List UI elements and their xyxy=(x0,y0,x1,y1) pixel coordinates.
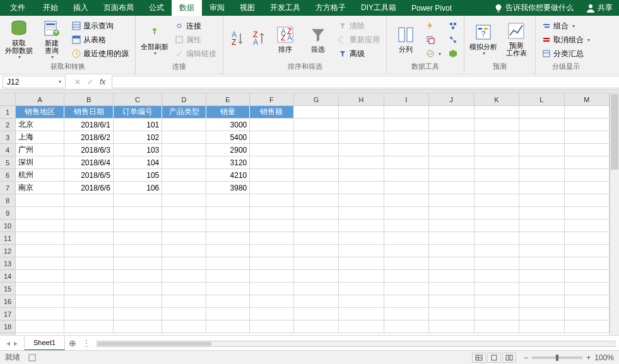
cell[interactable]: 广州 xyxy=(16,144,64,156)
zoom-out[interactable]: − xyxy=(524,353,528,362)
col-header[interactable]: L xyxy=(519,93,564,105)
cell[interactable] xyxy=(16,270,64,283)
cell[interactable] xyxy=(565,156,610,169)
ungroup-rows[interactable]: 取消组合▾ xyxy=(539,33,592,46)
row-header[interactable]: 18 xyxy=(0,320,15,333)
cell[interactable] xyxy=(294,283,339,295)
cell[interactable] xyxy=(565,207,610,220)
cell[interactable] xyxy=(64,194,113,207)
col-header[interactable]: C xyxy=(114,93,162,105)
cell[interactable] xyxy=(114,295,162,308)
cell[interactable]: 104 xyxy=(114,156,162,169)
cell[interactable] xyxy=(339,169,384,182)
cell[interactable] xyxy=(162,131,206,144)
col-header[interactable]: G xyxy=(294,93,339,105)
macro-icon[interactable] xyxy=(28,353,37,362)
cell[interactable] xyxy=(250,270,293,283)
cell[interactable] xyxy=(565,270,610,283)
view-page-layout[interactable] xyxy=(487,353,501,363)
filter[interactable]: 筛选 xyxy=(303,18,333,60)
cell[interactable] xyxy=(294,169,339,182)
cell[interactable] xyxy=(114,257,162,270)
cell[interactable] xyxy=(565,169,610,182)
cell[interactable] xyxy=(475,144,519,156)
col-header[interactable]: A xyxy=(16,93,64,105)
row-header[interactable]: 9 xyxy=(0,207,15,220)
cell[interactable] xyxy=(162,257,206,270)
show-queries[interactable]: 显示查询 xyxy=(69,20,131,32)
cell[interactable] xyxy=(565,232,610,245)
cell[interactable]: 3000 xyxy=(206,119,250,131)
cell[interactable] xyxy=(250,245,293,257)
cell[interactable] xyxy=(384,169,429,182)
cell[interactable]: 5400 xyxy=(206,131,250,144)
cell[interactable] xyxy=(565,194,610,207)
cell[interactable] xyxy=(384,232,429,245)
cell[interactable] xyxy=(475,295,519,308)
cell[interactable] xyxy=(475,156,519,169)
cell[interactable] xyxy=(519,270,564,283)
cell[interactable] xyxy=(294,144,339,156)
cell[interactable] xyxy=(294,270,339,283)
advanced-filter[interactable]: 高级 xyxy=(336,47,382,60)
cell[interactable] xyxy=(250,257,293,270)
col-header[interactable]: M xyxy=(565,93,610,105)
tab-ffgz[interactable]: 方方格子 xyxy=(308,0,353,16)
vertical-scrollbar[interactable] xyxy=(610,93,619,335)
cell[interactable]: 3980 xyxy=(206,182,250,194)
cell[interactable]: 102 xyxy=(114,131,162,144)
cell[interactable] xyxy=(250,156,293,169)
cell[interactable] xyxy=(339,182,384,194)
row-header[interactable]: 1 xyxy=(0,106,15,119)
cell[interactable] xyxy=(475,106,519,119)
cell[interactable] xyxy=(162,232,206,245)
cell[interactable] xyxy=(429,106,474,119)
cell[interactable] xyxy=(565,295,610,308)
cell[interactable] xyxy=(339,106,384,119)
cell[interactable] xyxy=(16,283,64,295)
cell[interactable] xyxy=(64,220,113,232)
cell[interactable] xyxy=(429,320,474,333)
cell[interactable] xyxy=(339,295,384,308)
cell[interactable] xyxy=(384,295,429,308)
row-header[interactable]: 14 xyxy=(0,270,15,283)
cell[interactable] xyxy=(339,156,384,169)
cell[interactable]: 销售额 xyxy=(250,106,293,119)
from-table[interactable]: 从表格 xyxy=(69,33,131,46)
cell[interactable] xyxy=(250,182,293,194)
cell[interactable] xyxy=(339,308,384,320)
cell[interactable] xyxy=(384,182,429,194)
cell[interactable] xyxy=(429,283,474,295)
cell[interactable] xyxy=(339,245,384,257)
tab-insert[interactable]: 插入 xyxy=(66,0,96,16)
cell[interactable] xyxy=(250,220,293,232)
cell[interactable] xyxy=(339,144,384,156)
cell[interactable]: 105 xyxy=(114,169,162,182)
col-header[interactable]: H xyxy=(339,93,384,105)
cell[interactable] xyxy=(519,320,564,333)
group-rows[interactable]: 组合▾ xyxy=(539,20,592,32)
cell[interactable] xyxy=(429,156,474,169)
cell[interactable] xyxy=(294,257,339,270)
cell[interactable] xyxy=(114,270,162,283)
subtotal[interactable]: 分类汇总 xyxy=(539,47,592,60)
tab-data[interactable]: 数据 xyxy=(172,0,202,16)
cell[interactable] xyxy=(294,320,339,333)
cell[interactable] xyxy=(565,182,610,194)
data-validation[interactable]: ▾ xyxy=(423,47,444,60)
cell[interactable] xyxy=(339,194,384,207)
cell[interactable]: 销售地区 xyxy=(16,106,64,119)
cell[interactable] xyxy=(250,308,293,320)
cell[interactable] xyxy=(429,220,474,232)
cell[interactable] xyxy=(162,207,206,220)
cell[interactable] xyxy=(64,245,113,257)
cell[interactable] xyxy=(206,320,250,333)
cell[interactable] xyxy=(475,131,519,144)
cell[interactable] xyxy=(475,182,519,194)
row-header[interactable]: 16 xyxy=(0,295,15,308)
text-to-columns[interactable]: 分列 xyxy=(391,18,421,60)
cell[interactable] xyxy=(64,308,113,320)
cell[interactable] xyxy=(384,320,429,333)
cell[interactable] xyxy=(384,257,429,270)
cell[interactable] xyxy=(16,245,64,257)
